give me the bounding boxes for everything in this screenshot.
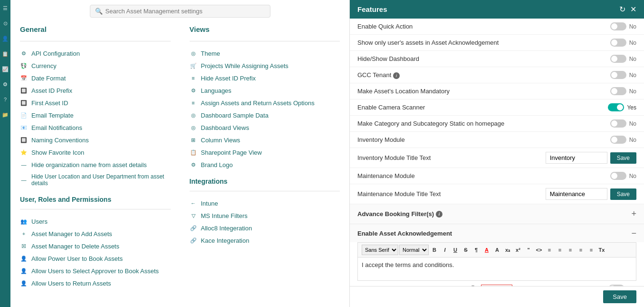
camera-status: Yes — [627, 104, 636, 111]
intune-icon: ← — [190, 199, 197, 207]
user-roles-title: User, Roles and Permissions — [20, 196, 171, 203]
strikethrough-button[interactable]: S — [461, 245, 471, 255]
align-right-button[interactable]: ≡ — [586, 245, 596, 255]
list-item[interactable]: 🔲 First Asset ID — [20, 97, 171, 109]
refresh-icon[interactable]: ↻ — [619, 5, 625, 14]
font-color-button[interactable]: A — [482, 245, 491, 255]
list-item[interactable]: — Hide User Location and User Department… — [20, 171, 171, 189]
advance-booking-expand-icon[interactable]: + — [631, 209, 636, 219]
advance-booking-info-icon[interactable]: i — [436, 211, 442, 218]
underline-button[interactable]: U — [451, 245, 460, 255]
font-style-select[interactable]: Normal — [399, 245, 429, 255]
list-item[interactable]: ▽ MS Intune Filters — [190, 209, 340, 222]
list-item[interactable]: 🛒 Projects While Assigning Assets — [190, 59, 340, 72]
ack-collapse-icon[interactable]: − — [631, 229, 636, 238]
list-item[interactable]: ◎ Theme — [190, 47, 340, 59]
ordered-list-button[interactable]: ≡ — [545, 245, 554, 255]
close-icon[interactable]: ✕ — [630, 5, 636, 14]
advance-booking-label: Advance Booking Filter(s) i — [357, 210, 442, 218]
feature-row-location: Make Asset's Location Mandatory No — [350, 83, 644, 99]
list-item[interactable]: 🔲 Asset ID Prefix — [20, 84, 171, 97]
sidebar-icon-home[interactable]: ⊙ — [1, 19, 10, 28]
add-assets-icon: + — [20, 230, 28, 238]
superscript-button[interactable]: x² — [513, 245, 523, 255]
align-left-button[interactable]: ≡ — [566, 245, 575, 255]
list-item[interactable]: ⚙ Brand Logo — [190, 158, 340, 171]
date-format-icon: 📅 — [20, 74, 28, 82]
list-item[interactable]: 🔗 Alloc8 Integeration — [190, 222, 340, 234]
highlight-button[interactable]: A — [492, 245, 502, 255]
list-item[interactable]: — Hide organization name from asset deta… — [20, 158, 171, 171]
list-item[interactable]: ≡ Hide Asset ID Prefix — [190, 72, 340, 84]
sidebar-icon-users[interactable]: 👤 — [1, 34, 10, 43]
user-assets-toggle[interactable] — [610, 39, 626, 47]
list-item[interactable]: 💱 Currency — [20, 59, 171, 72]
inventory-title-input[interactable] — [546, 152, 607, 164]
sidebar-icon-settings[interactable]: ⚙ — [1, 80, 10, 89]
list-item[interactable]: ◎ Dashboard Views — [190, 121, 340, 134]
list-item[interactable]: 📧 Email Notifications — [20, 121, 171, 134]
location-status: No — [629, 88, 636, 95]
create-pdf-toggle[interactable] — [608, 285, 625, 286]
category-toggle[interactable] — [610, 119, 626, 128]
quick-action-toggle-group: No — [610, 22, 636, 30]
font-family-select[interactable]: Sans Serif — [362, 245, 398, 255]
sidebar-icon-help[interactable]: ? — [1, 95, 10, 104]
code-button[interactable]: <> — [534, 245, 544, 255]
maintenance-input-group: Save — [546, 188, 636, 200]
list-item[interactable]: + Asset Manager to Add Assets — [20, 228, 171, 240]
inventory-toggle[interactable] — [610, 136, 626, 144]
maintenance-save-button[interactable]: Save — [610, 188, 636, 200]
list-item[interactable]: ◎ Dashboard Sample Data — [190, 109, 340, 121]
features-save-button[interactable]: Save — [603, 290, 636, 303]
sidebar-icon-reports[interactable]: 📋 — [1, 50, 10, 58]
camera-toggle[interactable] — [608, 103, 624, 111]
list-item[interactable]: ⚙ API Configuration — [20, 47, 171, 59]
sidebar-icon-menu[interactable]: ☰ — [1, 4, 10, 12]
sidebar-icon-analytics[interactable]: 📈 — [1, 65, 10, 73]
gcc-status: No — [629, 72, 636, 79]
editor-content[interactable]: I accept the terms and conditions. — [357, 257, 636, 281]
assign-return-icon: ≡ — [190, 99, 197, 107]
align-center-button[interactable]: ≡ — [576, 245, 586, 255]
features-header: Features ↻ ✕ — [350, 0, 644, 19]
list-item[interactable]: 👤 Allow Users to Select Approver to Book… — [20, 265, 171, 277]
sidebar-icon-files[interactable]: 📁 — [1, 110, 10, 119]
clear-format-button[interactable]: Tx — [597, 245, 606, 255]
list-item[interactable]: 👥 Users — [20, 215, 171, 228]
dashboard-label: Hide/Show Dashboard — [357, 55, 610, 62]
italic-button[interactable]: I — [440, 245, 450, 255]
list-item[interactable]: ☒ Asset Manager to Delete Assets — [20, 240, 171, 252]
list-item[interactable]: ← Intune — [190, 197, 340, 209]
list-item[interactable]: ⭐ Show Favorite Icon — [20, 146, 171, 158]
search-input[interactable] — [106, 8, 265, 15]
list-item[interactable]: ≡ Assign Assets and Return Assets Option… — [190, 97, 340, 109]
views-title: Views — [190, 25, 340, 35]
list-item[interactable]: 📄 Email Template — [20, 109, 171, 121]
list-item[interactable]: 🔲 Naming Conventions — [20, 134, 171, 146]
inventory-status: No — [629, 137, 636, 143]
list-item[interactable]: ⊞ Column Views — [190, 134, 340, 146]
feature-row-maintenance-title: Maintenance Module Title Text Save — [350, 184, 644, 204]
location-toggle[interactable] — [610, 87, 626, 95]
paragraph-button[interactable]: ¶ — [471, 245, 481, 255]
list-item[interactable]: 📅 Date Format — [20, 72, 171, 84]
list-item[interactable]: 👤 Allow Power User to Book Assets — [20, 252, 171, 265]
dashboard-toggle[interactable] — [610, 55, 626, 63]
gcc-info-icon[interactable]: i — [393, 72, 400, 79]
search-bar[interactable]: 🔍 — [90, 5, 270, 18]
maintenance-title-input[interactable] — [546, 188, 607, 200]
list-item[interactable]: 👤 Allow Users to Return Assets — [20, 277, 171, 289]
list-item[interactable]: 📋 Sharepoint Page View — [190, 146, 340, 158]
unordered-list-button[interactable]: ≡ — [555, 245, 565, 255]
list-item[interactable]: 🔗 Kace Integeration — [190, 234, 340, 247]
quick-action-toggle[interactable] — [610, 22, 626, 30]
subscript-button[interactable]: x₂ — [503, 245, 512, 255]
brand-logo-icon: ⚙ — [190, 161, 197, 168]
maintenance-toggle[interactable] — [610, 172, 626, 180]
inventory-save-button[interactable]: Save — [610, 152, 636, 164]
gcc-toggle[interactable] — [610, 71, 626, 79]
blockquote-button[interactable]: " — [524, 245, 533, 255]
bold-button[interactable]: B — [430, 245, 439, 255]
list-item[interactable]: ⚙ Languages — [190, 84, 340, 97]
